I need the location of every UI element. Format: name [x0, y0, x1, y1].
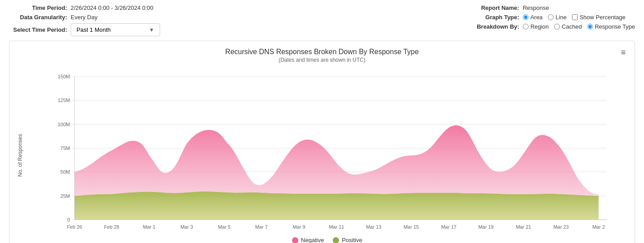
- controls-left: Time Period: 2/26/2024 0:00 - 3/26/2024 …: [9, 4, 160, 36]
- report-name-value: Response: [523, 4, 549, 11]
- breakdown-by-row: Breakdown By: Region Cached Response Typ…: [461, 23, 635, 30]
- chart-title: Recursive DNS Responses Broken Down By R…: [16, 48, 628, 56]
- svg-text:Mar 21: Mar 21: [516, 224, 531, 230]
- graph-type-area[interactable]: Area: [523, 14, 542, 21]
- breakdown-cached[interactable]: Cached: [554, 23, 582, 30]
- breakdown-region[interactable]: Region: [523, 23, 549, 30]
- time-period-value: 2/26/2024 0:00 - 3/26/2024 0:00: [71, 4, 153, 11]
- svg-text:125M: 125M: [58, 98, 70, 103]
- svg-text:0: 0: [67, 217, 70, 222]
- chart-plot: 150M 125M 100M 75M 50M 25M 0 Feb 26 Feb …: [26, 68, 628, 243]
- report-name-label: Report Name:: [461, 4, 519, 11]
- negative-area: [75, 125, 599, 196]
- chart-svg: 150M 125M 100M 75M 50M 25M 0 Feb 26 Feb …: [26, 68, 628, 233]
- legend-negative: Negative: [292, 237, 324, 243]
- breakdown-region-label: Region: [530, 23, 549, 30]
- time-period-label: Time Period:: [9, 4, 67, 11]
- positive-area: [75, 192, 599, 220]
- positive-legend-dot: [333, 237, 339, 243]
- graph-type-area-label: Area: [530, 14, 542, 21]
- svg-text:Mar 11: Mar 11: [329, 224, 344, 230]
- graph-type-line[interactable]: Line: [548, 14, 567, 21]
- graph-type-row: Graph Type: Area Line Show Percentage: [461, 14, 635, 21]
- graph-type-label: Graph Type:: [461, 14, 519, 21]
- svg-text:Mar 3: Mar 3: [180, 224, 193, 230]
- negative-legend-label: Negative: [301, 237, 324, 243]
- time-period-dropdown-value: Past 1 Month: [76, 26, 111, 33]
- chart-header: Recursive DNS Responses Broken Down By R…: [16, 48, 628, 63]
- graph-type-line-label: Line: [555, 14, 567, 21]
- breakdown-response-type-label: Response Type: [595, 23, 635, 30]
- svg-text:Mar 17: Mar 17: [441, 224, 456, 230]
- chevron-down-icon: ▼: [149, 27, 154, 33]
- data-granularity-row: Data Granularity: Every Day: [9, 14, 160, 21]
- svg-text:Mar 9: Mar 9: [292, 224, 305, 230]
- svg-text:100M: 100M: [58, 122, 70, 127]
- svg-text:Mar 23: Mar 23: [553, 224, 568, 230]
- show-percentage-label: Show Percentage: [580, 14, 626, 21]
- breakdown-response-type[interactable]: Response Type: [587, 23, 635, 30]
- positive-legend-label: Positive: [342, 237, 362, 243]
- chart-menu-icon[interactable]: ≡: [621, 48, 626, 57]
- legend-positive: Positive: [333, 237, 362, 243]
- svg-text:Feb 26: Feb 26: [67, 224, 82, 230]
- svg-text:Mar 5: Mar 5: [218, 224, 230, 230]
- breakdown-by-label: Breakdown By:: [461, 23, 519, 30]
- breakdown-by-group: Region Cached Response Type: [523, 23, 635, 30]
- svg-text:Mar 19: Mar 19: [478, 224, 493, 230]
- svg-text:Mar 13: Mar 13: [366, 224, 381, 230]
- svg-text:Mar 1: Mar 1: [143, 224, 155, 230]
- time-period-row: Time Period: 2/26/2024 0:00 - 3/26/2024 …: [9, 4, 160, 11]
- svg-text:150M: 150M: [58, 74, 70, 79]
- y-axis-label: No. of Responses: [16, 68, 24, 243]
- graph-type-group: Area Line Show Percentage: [523, 14, 626, 21]
- chart-legend: Negative Positive: [26, 237, 628, 243]
- controls-right: Report Name: Response Graph Type: Area L…: [461, 4, 635, 36]
- svg-text:Mar 7: Mar 7: [255, 224, 267, 230]
- page: Time Period: 2/26/2024 0:00 - 3/26/2024 …: [0, 0, 644, 243]
- chart-container: Recursive DNS Responses Broken Down By R…: [9, 41, 635, 243]
- show-percentage-checkbox[interactable]: Show Percentage: [572, 14, 626, 21]
- time-period-dropdown[interactable]: Past 1 Month ▼: [71, 23, 160, 36]
- data-granularity-label: Data Granularity:: [9, 14, 67, 21]
- controls-panel: Time Period: 2/26/2024 0:00 - 3/26/2024 …: [9, 4, 635, 36]
- select-time-period-row: Select Time Period: Past 1 Month ▼: [9, 23, 160, 36]
- negative-legend-dot: [292, 237, 298, 243]
- svg-text:25M: 25M: [60, 193, 70, 199]
- svg-text:Mar 15: Mar 15: [403, 224, 419, 230]
- svg-text:Feb 28: Feb 28: [104, 224, 119, 230]
- svg-text:50M: 50M: [60, 169, 70, 175]
- select-time-period-label: Select Time Period:: [9, 26, 67, 33]
- chart-subtitle: (Dates and times are shown in UTC): [16, 57, 628, 63]
- svg-text:Mar 2: Mar 2: [592, 224, 605, 230]
- svg-text:75M: 75M: [60, 145, 70, 151]
- report-name-row: Report Name: Response: [461, 4, 635, 11]
- chart-body: No. of Responses: [16, 68, 628, 243]
- data-granularity-value: Every Day: [71, 14, 97, 21]
- breakdown-cached-label: Cached: [562, 23, 582, 30]
